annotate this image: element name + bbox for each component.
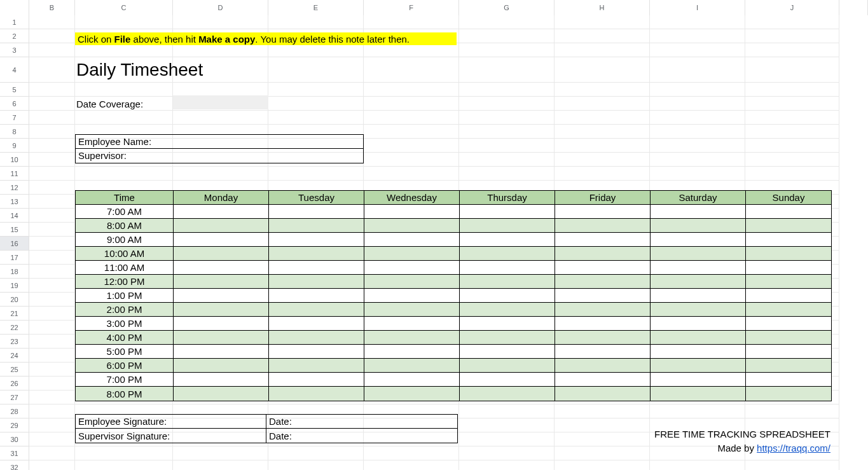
timesheet-cell[interactable]: [746, 387, 831, 401]
timesheet-cell[interactable]: [555, 275, 651, 289]
column-header-H[interactable]: H: [555, 0, 650, 15]
time-label[interactable]: 9:00 AM: [76, 233, 174, 247]
timesheet-cell[interactable]: [460, 247, 555, 261]
row-header-24[interactable]: 24: [0, 349, 29, 363]
timesheet-cell[interactable]: [555, 289, 651, 303]
row-header-31[interactable]: 31: [0, 446, 29, 460]
timesheet-cell[interactable]: [555, 205, 651, 219]
timesheet-cell[interactable]: [364, 247, 460, 261]
column-header-C[interactable]: C: [75, 0, 173, 15]
timesheet-cell[interactable]: [555, 359, 651, 373]
timesheet-cell[interactable]: [460, 289, 555, 303]
timesheet-cell[interactable]: [460, 205, 555, 219]
timesheet-cell[interactable]: [460, 331, 555, 345]
timesheet-cell[interactable]: [364, 205, 460, 219]
row-header-9[interactable]: 9: [0, 139, 29, 153]
timesheet-cell[interactable]: [269, 317, 364, 331]
row-header-6[interactable]: 6: [0, 97, 29, 111]
row-header-18[interactable]: 18: [0, 265, 29, 279]
timesheet-cell[interactable]: [460, 233, 555, 247]
timesheet-cell[interactable]: [460, 373, 555, 387]
timesheet-cell[interactable]: [555, 331, 651, 345]
timesheet-cell[interactable]: [174, 345, 269, 359]
timesheet-cell[interactable]: [746, 219, 831, 233]
timesheet-cell[interactable]: [651, 303, 746, 317]
time-label[interactable]: 8:00 PM: [76, 387, 174, 401]
timesheet-cell[interactable]: [269, 387, 364, 401]
timesheet-cell[interactable]: [651, 359, 746, 373]
supervisor-row[interactable]: Supervisor:: [76, 149, 363, 163]
time-label[interactable]: 8:00 AM: [76, 219, 174, 233]
employee-name-row[interactable]: Employee Name:: [76, 135, 363, 149]
timesheet-cell[interactable]: [746, 345, 831, 359]
time-label[interactable]: 6:00 PM: [76, 359, 174, 373]
timesheet-cell[interactable]: [460, 219, 555, 233]
grid-area[interactable]: Click on File above, then hit Make a cop…: [29, 15, 868, 470]
timesheet-cell[interactable]: [746, 317, 831, 331]
row-header-13[interactable]: 13: [0, 195, 29, 209]
row-header-1[interactable]: 1: [0, 15, 29, 29]
timesheet-cell[interactable]: [651, 289, 746, 303]
timesheet-header-friday[interactable]: Friday: [555, 191, 651, 205]
row-header-21[interactable]: 21: [0, 307, 29, 321]
timesheet-cell[interactable]: [364, 317, 460, 331]
timesheet-cell[interactable]: [364, 387, 460, 401]
timesheet-cell[interactable]: [651, 387, 746, 401]
timesheet-cell[interactable]: [174, 205, 269, 219]
timesheet-cell[interactable]: [269, 359, 364, 373]
column-header-E[interactable]: E: [268, 0, 364, 15]
row-header-12[interactable]: 12: [0, 181, 29, 195]
timesheet-header-monday[interactable]: Monday: [174, 191, 269, 205]
timesheet-cell[interactable]: [651, 373, 746, 387]
timesheet-cell[interactable]: [746, 303, 831, 317]
row-header-27[interactable]: 27: [0, 391, 29, 404]
timesheet-cell[interactable]: [269, 331, 364, 345]
timesheet-cell[interactable]: [174, 247, 269, 261]
timesheet-cell[interactable]: [746, 205, 831, 219]
timesheet-header-saturday[interactable]: Saturday: [651, 191, 746, 205]
row-header-4[interactable]: 4: [0, 57, 29, 83]
time-label[interactable]: 2:00 PM: [76, 303, 174, 317]
column-header-J[interactable]: J: [745, 0, 839, 15]
timesheet-cell[interactable]: [174, 317, 269, 331]
timesheet-cell[interactable]: [269, 219, 364, 233]
timesheet-cell[interactable]: [651, 219, 746, 233]
timesheet-cell[interactable]: [364, 233, 460, 247]
timesheet-cell[interactable]: [555, 247, 651, 261]
row-header-5[interactable]: 5: [0, 83, 29, 97]
timesheet-cell[interactable]: [174, 359, 269, 373]
timesheet-cell[interactable]: [174, 387, 269, 401]
timesheet-cell[interactable]: [746, 289, 831, 303]
timesheet-cell[interactable]: [555, 317, 651, 331]
timesheet-cell[interactable]: [364, 345, 460, 359]
timesheet-cell[interactable]: [746, 373, 831, 387]
timesheet-cell[interactable]: [174, 289, 269, 303]
column-header-B[interactable]: B: [29, 0, 75, 15]
timesheet-cell[interactable]: [746, 233, 831, 247]
timesheet-cell[interactable]: [651, 331, 746, 345]
timesheet-header-tuesday[interactable]: Tuesday: [269, 191, 364, 205]
timesheet-cell[interactable]: [174, 331, 269, 345]
row-header-10[interactable]: 10: [0, 153, 29, 167]
timesheet-cell[interactable]: [364, 359, 460, 373]
timesheet-cell[interactable]: [460, 359, 555, 373]
timesheet-cell[interactable]: [651, 317, 746, 331]
timesheet-header-thursday[interactable]: Thursday: [460, 191, 555, 205]
timesheet-cell[interactable]: [651, 275, 746, 289]
timesheet-cell[interactable]: [651, 345, 746, 359]
timesheet-header-wednesday[interactable]: Wednesday: [364, 191, 460, 205]
signature-date[interactable]: Date:: [266, 429, 457, 443]
timesheet-cell[interactable]: [460, 261, 555, 275]
timesheet-cell[interactable]: [174, 275, 269, 289]
row-header-11[interactable]: 11: [0, 167, 29, 181]
timesheet-cell[interactable]: [746, 261, 831, 275]
timesheet-cell[interactable]: [746, 247, 831, 261]
time-label[interactable]: 7:00 AM: [76, 205, 174, 219]
timesheet-cell[interactable]: [651, 261, 746, 275]
timesheet-cell[interactable]: [364, 275, 460, 289]
timesheet-cell[interactable]: [555, 373, 651, 387]
row-header-26[interactable]: 26: [0, 377, 29, 391]
row-header-2[interactable]: 2: [0, 29, 29, 43]
row-header-32[interactable]: 32: [0, 460, 29, 470]
column-header-D[interactable]: D: [173, 0, 268, 15]
